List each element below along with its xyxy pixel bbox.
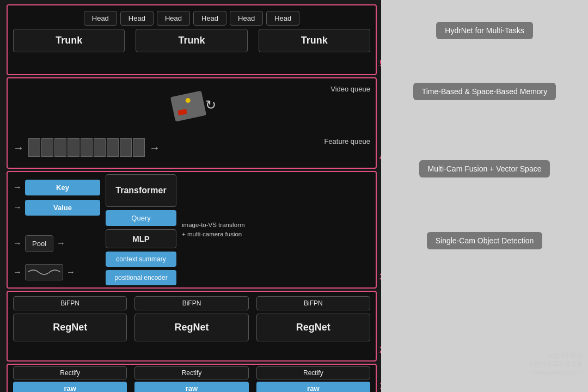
watermark-line1: 佐思汽车研究	[529, 352, 583, 360]
singlecam-container: Single-Cam Object Detection	[387, 232, 583, 249]
right-description: image-to-VS transform + multi-camera fus…	[182, 220, 245, 240]
labels-area: HydrNet for Multi-Tasks Time-Based & Spa…	[381, 0, 588, 392]
context-box: context summary	[106, 252, 176, 267]
wave-row: → →	[13, 264, 100, 280]
queue-cell-7	[107, 138, 119, 157]
queue-cell-6	[94, 138, 106, 157]
head-box-4: Head	[193, 11, 226, 26]
trunk-box-3: Trunk	[259, 29, 370, 52]
watermark-line3: www.cartech8.com	[529, 369, 583, 377]
arrow-wave-out: →	[66, 267, 75, 277]
regnet-repeater: RegNet	[256, 314, 370, 341]
memory-label: Time-Based & Space-Based Memory	[413, 83, 556, 100]
section-5: Head Head Head Head Head Head Trunk Trun…	[7, 4, 377, 75]
value-box: Value	[25, 200, 100, 216]
cam-col-pillar: BiFPN RegNet	[134, 296, 248, 356]
value-row: → Value	[13, 200, 100, 216]
section-1: Rectify raw Rectify raw Rectify raw 1	[7, 364, 377, 392]
cam-col-raw-pillar: Rectify raw	[134, 366, 248, 393]
arrow-key: →	[13, 182, 22, 192]
watermark: 佐思汽车研究 中国汽车工程师之家 www.cartech8.com	[529, 352, 583, 377]
query-box: Query	[106, 210, 176, 226]
head-box-3: Head	[157, 11, 190, 26]
arrow-right-in: →	[13, 142, 24, 154]
section-2: BiFPN RegNet BiFPN RegNet BiFPN RegNet 2	[7, 291, 377, 362]
left-inputs: → Key → Value → Pool → →	[13, 180, 100, 280]
head-box-5: Head	[230, 11, 263, 26]
feature-queue-label: Feature queue	[324, 137, 370, 145]
queue-cell-1	[28, 138, 40, 157]
raw-pillar: raw	[134, 382, 248, 393]
watermark-line2: 中国汽车工程师之家	[529, 360, 583, 368]
queue-cells	[28, 138, 145, 157]
trunk-box-2: Trunk	[136, 29, 247, 52]
bifpn-main: BiFPN	[13, 296, 127, 310]
bifpn-pillar: BiFPN	[134, 296, 248, 310]
key-row: → Key	[13, 180, 100, 195]
cam-col-main: BiFPN RegNet	[13, 296, 127, 356]
rectify-repeater: Rectify	[256, 366, 370, 379]
main-container: Head Head Head Head Head Head Trunk Trun…	[0, 0, 588, 392]
diagram-area: Head Head Head Head Head Head Trunk Trun…	[0, 0, 381, 392]
arrow-pool: →	[13, 238, 22, 248]
cam-col-raw-main: Rectify raw	[13, 366, 127, 393]
head-box-2: Head	[120, 11, 154, 26]
singlecam-label: Single-Cam Object Detection	[427, 232, 543, 249]
hydrnet-container: HydrNet for Multi-Tasks	[387, 22, 583, 39]
memory-container: Time-Based & Space-Based Memory	[387, 83, 583, 100]
rectify-pillar: Rectify	[134, 366, 248, 379]
cam-col-raw-repeater: Rectify raw	[256, 366, 370, 393]
trunks-row: Trunk Trunk Trunk	[13, 29, 370, 52]
cam-col-repeater: BiFPN RegNet	[256, 296, 370, 356]
fusion-label: Multi-Cam Fusion + Vector Space	[419, 160, 550, 177]
bifpn-repeater: BiFPN	[256, 296, 370, 310]
queue-cell-3	[54, 138, 66, 157]
fusion-container: Multi-Cam Fusion + Vector Space	[387, 160, 583, 177]
camera-visual: ↻	[167, 85, 216, 129]
key-box: Key	[25, 180, 100, 195]
wave-svg	[28, 267, 60, 278]
positional-box: positional encoder	[106, 270, 176, 285]
raw-repeater: raw	[256, 382, 370, 393]
feature-queue-row: → → Feature queue	[13, 135, 370, 160]
video-queue-label: Video queue	[330, 85, 370, 93]
trunk-box-1: Trunk	[13, 29, 125, 52]
queue-cell-2	[41, 138, 53, 157]
mlp-box: MLP	[106, 229, 176, 248]
section-4: Video queue ↻ →	[7, 77, 377, 169]
raw-main: raw	[13, 382, 127, 393]
rectify-main: Rectify	[13, 366, 127, 379]
transformer-box: Transformer	[106, 174, 176, 207]
video-queue-row: Video queue ↻	[13, 83, 370, 132]
pool-row: → Pool →	[13, 235, 100, 252]
arrow-pool-out: →	[57, 238, 65, 248]
arrow-wave: →	[13, 267, 22, 277]
arrow-value: →	[13, 203, 22, 212]
queue-cell-9	[133, 138, 145, 157]
queue-cell-5	[81, 138, 93, 157]
pool-box: Pool	[25, 235, 53, 252]
queue-cell-8	[120, 138, 132, 157]
regnet-pillar: RegNet	[134, 314, 248, 341]
head-box-1: Head	[84, 11, 117, 26]
section-3: → Key → Value → Pool → →	[7, 171, 377, 289]
hydrnet-label: HydrNet for Multi-Tasks	[436, 22, 532, 39]
arrow-right-out: →	[149, 142, 160, 154]
wave-box	[25, 264, 63, 280]
queue-cell-4	[68, 138, 79, 157]
heads-row: Head Head Head Head Head Head	[13, 11, 370, 26]
regnet-main: RegNet	[13, 314, 127, 341]
transformer-col: Transformer Query MLP context summary po…	[106, 174, 176, 285]
head-box-6: Head	[266, 11, 299, 26]
